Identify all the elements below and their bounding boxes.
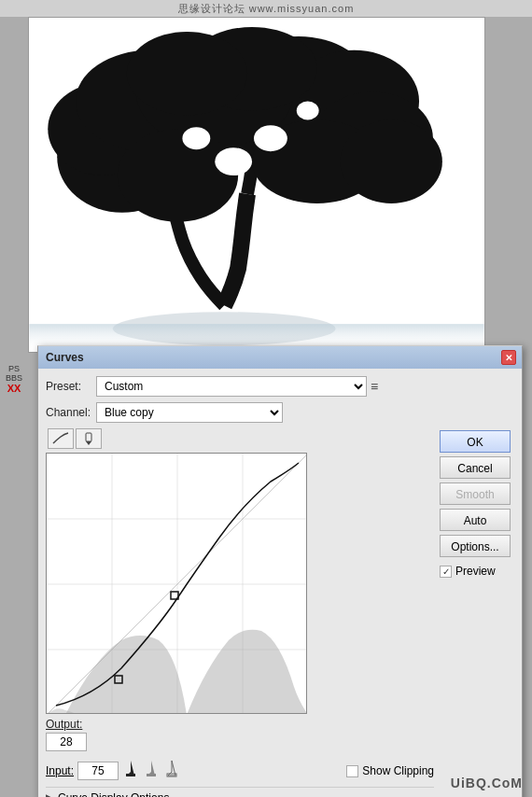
svg-point-15 (341, 119, 442, 203)
ok-button[interactable]: OK (440, 430, 511, 453)
bbs-label: BBS (0, 373, 28, 383)
svg-point-19 (297, 102, 319, 120)
pencil-tool-button[interactable] (76, 428, 102, 449)
svg-point-14 (118, 129, 238, 221)
preview-row: ✓ Preview (440, 565, 514, 578)
dialog-titlebar[interactable]: Curves ✕ (38, 346, 522, 369)
close-button[interactable]: ✕ (501, 350, 516, 365)
dialog-body: Preset: Custom ≡ Channel: Blue copy (38, 369, 522, 797)
preset-select[interactable]: Custom (96, 376, 367, 397)
channel-label: Channel: (46, 406, 92, 419)
curves-dialog: Curves ✕ Preset: Custom ≡ Channel: Blue … (37, 345, 523, 797)
right-buttons: OK Cancel Smooth Auto Options... ✓ Previ… (440, 428, 514, 797)
watermark-bar: 思缘设计论坛 www.missyuan.com (0, 0, 532, 17)
svg-point-12 (127, 32, 247, 116)
preset-row: Preset: Custom ≡ (46, 376, 514, 397)
curve-svg (47, 454, 307, 714)
svg-point-18 (254, 125, 287, 151)
smooth-button[interactable]: Smooth (440, 482, 511, 505)
preset-label: Preset: (46, 380, 92, 393)
channel-row: Channel: Blue copy (46, 402, 514, 423)
tree-silhouette (29, 18, 484, 352)
canvas-area (28, 17, 485, 353)
tools-row (46, 428, 434, 449)
canvas-image (29, 18, 484, 352)
output-label: Output: (46, 718, 434, 731)
preview-checkbox[interactable]: ✓ (440, 566, 452, 578)
watermark-text: 思缘设计论坛 www.missyuan.com (178, 2, 355, 16)
cancel-button[interactable]: Cancel (440, 456, 511, 479)
output-input[interactable] (46, 733, 87, 751)
dialog-title: Curves (46, 351, 84, 364)
options-button[interactable]: Options... (440, 535, 511, 557)
svg-marker-23 (86, 441, 91, 445)
ps-label: PS (0, 364, 28, 373)
main-content: Output: Input: (46, 428, 514, 797)
preview-label: Preview (455, 565, 496, 578)
svg-point-17 (182, 127, 210, 149)
channel-select[interactable]: Blue copy (96, 402, 283, 423)
xx-label: XX (0, 383, 28, 394)
curve-panel: Output: Input: (46, 428, 434, 797)
output-section: Output: (46, 718, 434, 751)
bottom-watermark: UiBQ.CoM (0, 769, 532, 797)
preset-menu-icon[interactable]: ≡ (371, 379, 378, 394)
auto-button[interactable]: Auto (440, 509, 511, 531)
curve-graph[interactable] (46, 453, 307, 714)
svg-point-16 (215, 147, 252, 175)
ps-side-labels: PS BBS XX (0, 364, 28, 394)
svg-rect-22 (86, 433, 91, 441)
curve-tool-button[interactable] (48, 428, 74, 449)
bottom-watermark-text: UiBQ.CoM (451, 776, 523, 790)
